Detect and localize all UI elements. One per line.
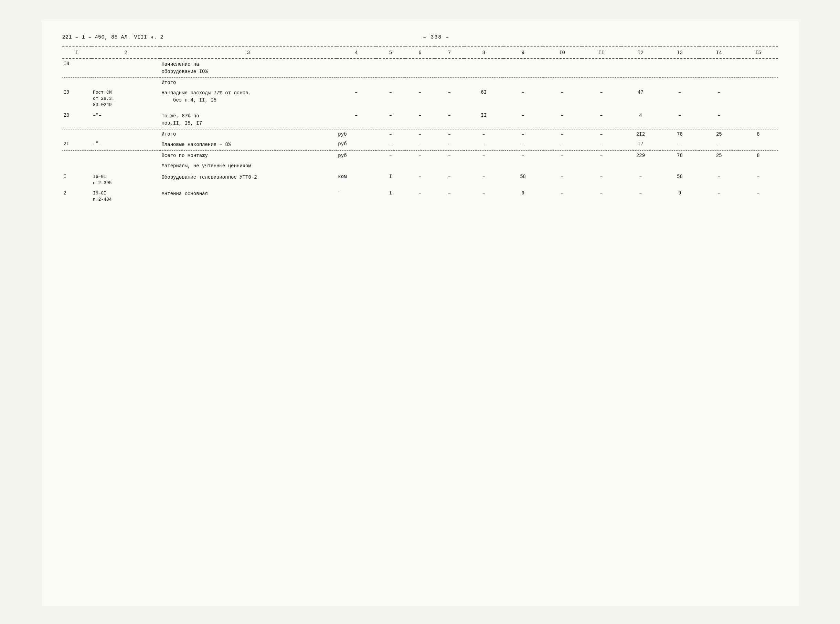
cell-mat-col1 (62, 161, 91, 172)
header-left-text: 221 – 1 – 450, 85 АЛ. VIII ч. 2 (62, 34, 164, 40)
col-header-10: IO (543, 47, 582, 59)
cell-row18-col11 (582, 59, 621, 78)
cell-r19-col10: – (543, 87, 582, 110)
cell-row18-col13 (660, 59, 699, 78)
cell-itogo2-col3: Итого (160, 130, 337, 139)
cell-r21-col7: – (435, 139, 464, 151)
col-header-14: I4 (699, 47, 738, 59)
cell-r19-col11: – (582, 87, 621, 110)
cell-row18-col5 (376, 59, 405, 78)
cell-r19-col6: – (405, 87, 435, 110)
col-header-11: II (582, 47, 621, 59)
col-header-4: 4 (337, 47, 376, 59)
cell-itogo1-col1 (62, 78, 91, 87)
cell-r20-col8: II (464, 110, 503, 130)
cell-e1-col10: – (543, 172, 582, 188)
cell-r21-col4: руб (337, 139, 376, 151)
cell-r20-col14: – (699, 110, 738, 130)
cell-vsego-col1 (62, 151, 91, 161)
cell-itogo1-rest (337, 78, 778, 87)
cell-r20-col3: То же, 87% попоз.II, I5, I7 (160, 110, 337, 130)
cell-itogo2-col10: – (543, 130, 582, 139)
table-row-19: I9 Пост.СМот 28.3.83 №249 Накладные расх… (62, 87, 778, 110)
col-header-15: I5 (738, 47, 778, 59)
cell-e2-col15: – (738, 188, 778, 205)
cell-r19-col4: – (337, 87, 376, 110)
page: 221 – 1 – 450, 85 АЛ. VIII ч. 2 – 338 – … (42, 21, 799, 606)
cell-e1-col3: Оборудование телевизионное УТТ0-2 (160, 172, 337, 188)
cell-e1-col7: – (435, 172, 464, 188)
col-header-5: 5 (376, 47, 405, 59)
cell-e2-col11: – (582, 188, 621, 205)
cell-r21-col5: – (376, 139, 405, 151)
col-header-1: I (62, 47, 91, 59)
cell-e2-col9: 9 (503, 188, 543, 205)
cell-row18-col6 (405, 59, 435, 78)
cell-row18-col3: Начисление наоборудование IO% (160, 59, 337, 78)
cell-e1-col15: – (738, 172, 778, 188)
table-row-21: 2I –"– Плановые накопления – 8% руб – – … (62, 139, 778, 151)
cell-r21-col2: –"– (91, 139, 160, 151)
col-header-7: 7 (435, 47, 464, 59)
cell-e2-col13: 9 (660, 188, 699, 205)
cell-vsego-col12: 229 (621, 151, 660, 161)
cell-r19-col9: – (503, 87, 543, 110)
cell-r19-col3: Накладные расходы 77% от основ. без п.4,… (160, 87, 337, 110)
cell-e2-col3: Антенна основная (160, 188, 337, 205)
cell-r21-col12: I7 (621, 139, 660, 151)
cell-itogo2-col8: – (464, 130, 503, 139)
cell-e1-col14: – (699, 172, 738, 188)
cell-r19-col5: – (376, 87, 405, 110)
cell-itogo2-col4: руб (337, 130, 376, 139)
cell-e2-col5: I (376, 188, 405, 205)
page-header: 221 – 1 – 450, 85 АЛ. VIII ч. 2 – 338 – (62, 34, 778, 40)
cell-row18-col1: I8 (62, 59, 91, 78)
cell-r19-col7: – (435, 87, 464, 110)
cell-e1-col11: – (582, 172, 621, 188)
cell-r20-col15 (738, 110, 778, 130)
col-header-8: 8 (464, 47, 503, 59)
cell-r19-col13: – (660, 87, 699, 110)
col-header-3: 3 (160, 47, 337, 59)
cell-r19-col8: 6I (464, 87, 503, 110)
cell-row18-col2 (91, 59, 160, 78)
cell-vsego-col5: – (376, 151, 405, 161)
table-row-20: 20 –"– То же, 87% попоз.II, I5, I7 – – –… (62, 110, 778, 130)
cell-itogo2-col15: 8 (738, 130, 778, 139)
cell-r21-col3: Плановые накопления – 8% (160, 139, 337, 151)
cell-r21-col14: – (699, 139, 738, 151)
cell-itogo2-col12: 2I2 (621, 130, 660, 139)
cell-r20-col12: 4 (621, 110, 660, 130)
cell-itogo2-col5: – (376, 130, 405, 139)
cell-r20-col9: – (503, 110, 543, 130)
table-row: I8 Начисление наоборудование IO% (62, 59, 778, 78)
col-header-2: 2 (91, 47, 160, 59)
cell-vsego-col3: Всего по монтажу (160, 151, 337, 161)
cell-r21-col8: – (464, 139, 503, 151)
cell-e2-col7: – (435, 188, 464, 205)
cell-r20-col5: – (376, 110, 405, 130)
cell-vsego-col13: 78 (660, 151, 699, 161)
table-header-row: I 2 3 4 5 6 7 8 9 IO II I2 I3 I4 I5 (62, 47, 778, 59)
cell-e1-col6: – (405, 172, 435, 188)
cell-e2-col2: I6–0Iп.2-484 (91, 188, 160, 205)
table-row-itogo1: Итого (62, 78, 778, 87)
cell-row18-col12 (621, 59, 660, 78)
table-row-equip1: I I6–0Iп.2-395 Оборудование телевизионно… (62, 172, 778, 188)
cell-r21-col11: – (582, 139, 621, 151)
cell-r21-col6: – (405, 139, 435, 151)
cell-e1-col1: I (62, 172, 91, 188)
cell-r19-col1: I9 (62, 87, 91, 110)
cell-e2-col12: – (621, 188, 660, 205)
cell-r20-col7: – (435, 110, 464, 130)
cell-row18-col9 (503, 59, 543, 78)
cell-e1-col8: – (464, 172, 503, 188)
cell-r21-col13: – (660, 139, 699, 151)
cell-e2-col6: – (405, 188, 435, 205)
main-table: I 2 3 4 5 6 7 8 9 IO II I2 I3 I4 I5 I8 (62, 46, 778, 205)
cell-vsego-col14: 25 (699, 151, 738, 161)
cell-itogo2-col6: – (405, 130, 435, 139)
cell-r19-col14: – (699, 87, 738, 110)
cell-r20-col11: – (582, 110, 621, 130)
cell-row18-col4 (337, 59, 376, 78)
